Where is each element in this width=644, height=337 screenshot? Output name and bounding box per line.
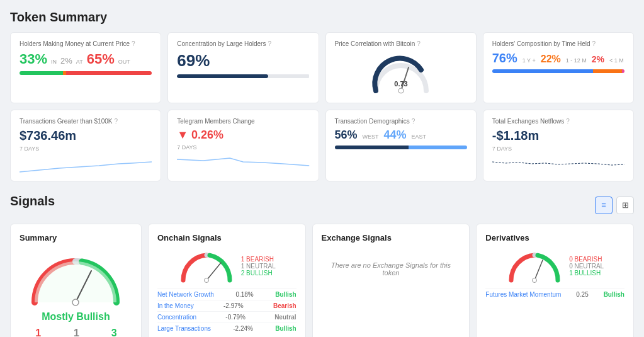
signal-row-concentration: Concentration -0.79% Neutral bbox=[157, 311, 297, 323]
deriv-bearish-legend: 0 BEARISH bbox=[569, 256, 604, 263]
card-holders-money-label: Holders Making Money at Current Price ? bbox=[20, 40, 152, 47]
info-icon-exchanges[interactable]: ? bbox=[566, 118, 570, 125]
deriv-bearish-label: BEARISH bbox=[574, 256, 602, 263]
comp-pct3: 2% bbox=[592, 54, 604, 64]
comp-pct1: 76% bbox=[492, 51, 517, 66]
info-icon-demographics[interactable]: ? bbox=[412, 118, 415, 125]
info-icon-price-correlation[interactable]: ? bbox=[417, 40, 421, 47]
deriv-neutral-legend: 0 NEUTRAL bbox=[569, 263, 604, 270]
signal-row-in-money: In the Money -2.97% Bearish bbox=[157, 300, 297, 311]
correlation-gauge-svg: 0.73 bbox=[370, 50, 432, 97]
summary-label: Mostly Bullish bbox=[42, 311, 110, 323]
pct-at-label: AT bbox=[76, 59, 83, 65]
card-holders-composition: Holders' Composition by Time Held ? 76% … bbox=[483, 32, 634, 103]
no-exchange-signals: There are no Exchange Signals for this t… bbox=[322, 249, 461, 289]
telegram-pct: ▼ 0.26% bbox=[177, 129, 309, 142]
demographics-bar bbox=[335, 146, 467, 149]
svg-point-6 bbox=[204, 278, 208, 283]
token-summary-cards: Holders Making Money at Current Price ? … bbox=[10, 32, 634, 181]
summary-gauge: Mostly Bullish 1 BEARISH 1 NEUTRAL 3 BUL bbox=[20, 249, 132, 337]
signals-view-icons: ≡ ⊞ bbox=[595, 197, 634, 214]
card-holders-money: Holders Making Money at Current Price ? … bbox=[10, 32, 161, 103]
card-total-exchanges-label: Total Exchanges Netflows ? bbox=[492, 118, 624, 125]
large-transactions-label[interactable]: Large Transactions bbox=[157, 325, 211, 332]
demo-pcts-row: 56% WEST 44% EAST bbox=[335, 129, 467, 142]
comp-bar bbox=[492, 69, 624, 73]
info-icon-holders[interactable]: ? bbox=[132, 40, 135, 47]
svg-line-5 bbox=[206, 263, 221, 280]
comp-label3: < 1 M bbox=[609, 57, 624, 64]
transactions-value: $736.46m bbox=[20, 129, 152, 143]
svg-line-7 bbox=[534, 260, 543, 280]
onchain-bearish-label: BEARISH bbox=[246, 256, 274, 263]
onchain-legend: 1 BEARISH 1 NEUTRAL 2 BULLISH bbox=[241, 256, 276, 277]
deriv-neutral-label: NEUTRAL bbox=[574, 263, 604, 270]
onchain-bullish-count: 2 bbox=[241, 270, 245, 277]
onchain-bullish-legend: 2 BULLISH bbox=[241, 270, 276, 277]
concentration-value: 69% bbox=[177, 51, 309, 71]
pct-out: 65% bbox=[87, 51, 115, 67]
summary-gauge-svg bbox=[25, 249, 126, 309]
svg-point-1 bbox=[398, 88, 404, 93]
large-transactions-status: Bullish bbox=[275, 325, 296, 332]
in-money-label[interactable]: In the Money bbox=[157, 302, 194, 309]
concentration-bar-empty bbox=[268, 74, 309, 78]
concentration-label[interactable]: Concentration bbox=[157, 314, 196, 321]
signals-title: Signals bbox=[10, 194, 55, 208]
deriv-neutral-count: 0 bbox=[569, 263, 573, 270]
bearish-count: 1 bbox=[26, 328, 51, 337]
holders-bar bbox=[20, 71, 152, 75]
grid-view-button[interactable]: ⊞ bbox=[616, 197, 634, 214]
large-transactions-val: -2.24% bbox=[233, 325, 253, 332]
comp-pct2: 22% bbox=[541, 54, 561, 65]
futures-label[interactable]: Futures Market Momentum bbox=[485, 291, 561, 298]
bar-in bbox=[20, 71, 63, 75]
deriv-bullish-legend: 1 BULLISH bbox=[569, 270, 604, 277]
net-growth-label[interactable]: Net Network Growth bbox=[157, 291, 214, 298]
signals-section: Signals ≡ ⊞ Summary bbox=[10, 194, 634, 337]
transactions-chart bbox=[20, 154, 152, 173]
bullish-count: 3 bbox=[102, 328, 126, 337]
deriv-gauge-svg bbox=[506, 249, 563, 283]
holders-pct-row: 33% IN 2% AT 65% OUT bbox=[20, 51, 152, 67]
card-price-correlation: Price Correlation with Bitcoin ? 0.73 bbox=[325, 32, 477, 103]
neutral-count: 1 bbox=[63, 328, 89, 337]
derivatives-card-title: Derivatives bbox=[485, 233, 624, 243]
card-price-correlation-label: Price Correlation with Bitcoin ? bbox=[335, 40, 467, 47]
in-money-status: Bearish bbox=[273, 302, 297, 309]
info-icon-holders-comp[interactable]: ? bbox=[592, 40, 596, 47]
card-transactions-100k: Transactions Greater than $100K ? $736.4… bbox=[10, 110, 161, 181]
summary-card-title: Summary bbox=[20, 233, 132, 243]
concentration-val: -0.79% bbox=[225, 314, 246, 321]
svg-point-8 bbox=[533, 278, 537, 283]
signals-grid: Summary Mostly Bullish bbox=[10, 224, 634, 337]
deriv-bearish-count: 0 bbox=[569, 256, 573, 263]
card-telegram: Telegram Members Change ▼ 0.26% 7 DAYS bbox=[167, 110, 319, 181]
comp-pcts-row: 76% 1 Y + 22% 1 - 12 M 2% < 1 M bbox=[492, 51, 624, 66]
list-view-button[interactable]: ≡ bbox=[595, 197, 613, 214]
signal-row-net-growth: Net Network Growth 0.18% Bullish bbox=[157, 288, 297, 300]
net-growth-status: Bullish bbox=[275, 291, 296, 298]
onchain-bearish-count: 1 bbox=[241, 256, 245, 263]
info-icon-concentration[interactable]: ? bbox=[268, 40, 271, 47]
bullish-count-item: 3 BULLISH bbox=[102, 328, 126, 337]
info-icon-transactions[interactable]: ? bbox=[115, 118, 118, 125]
futures-row: Futures Market Momentum 0.25 Bullish bbox=[485, 288, 624, 300]
pct-out-label: OUT bbox=[118, 59, 130, 65]
concentration-bar bbox=[177, 74, 309, 78]
comp-bar-mid bbox=[593, 69, 622, 73]
card-holders-composition-label: Holders' Composition by Time Held ? bbox=[492, 40, 624, 47]
onchain-neutral-label: NEUTRAL bbox=[246, 263, 276, 270]
deriv-bullish-label: BULLISH bbox=[574, 270, 601, 277]
signal-card-onchain: Onchain Signals 1 BEARISH bbox=[148, 224, 306, 337]
token-summary-title: Token Summary bbox=[10, 10, 634, 25]
svg-text:0.73: 0.73 bbox=[394, 80, 407, 88]
summary-counts: 1 BEARISH 1 NEUTRAL 3 BULLISH bbox=[26, 328, 126, 337]
demo-west-label: WEST bbox=[363, 134, 379, 140]
onchain-neutral-legend: 1 NEUTRAL bbox=[241, 263, 276, 270]
card-concentration: Concentration by Large Holders ? 69% bbox=[167, 32, 319, 103]
pct-at: 2% bbox=[60, 56, 72, 66]
tg-arrow: ▼ bbox=[177, 129, 191, 141]
signal-card-summary: Summary Mostly Bullish bbox=[10, 224, 142, 337]
onchain-bullish-label: BULLISH bbox=[246, 270, 273, 277]
